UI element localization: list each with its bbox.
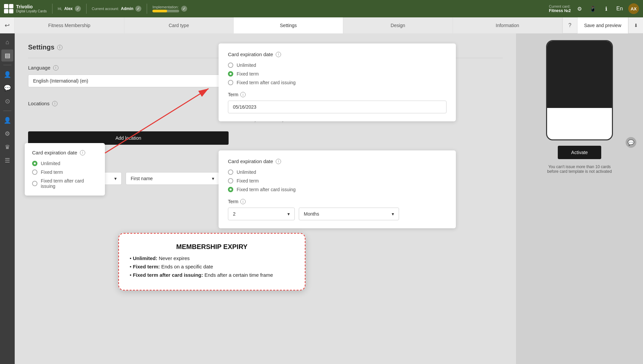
add-location-button[interactable]: Add location bbox=[28, 131, 229, 145]
exp-bottom-term-num-select[interactable]: 2 ▾ bbox=[228, 208, 295, 220]
sidebar-item-person[interactable]: 👤 bbox=[1, 114, 13, 126]
tooltip-item-1: • Unlimited: Never expires bbox=[130, 255, 294, 261]
small-popup-info-icon[interactable]: i bbox=[80, 150, 85, 155]
first-name-value-select[interactable]: First name ▾ bbox=[126, 172, 219, 185]
exp-top-term-input[interactable] bbox=[228, 101, 446, 113]
settings-nav-icon[interactable]: ⚙ bbox=[575, 4, 584, 13]
right-panel: 💬 Activate You can't issue more than 10 … bbox=[516, 33, 643, 364]
progress-fill bbox=[152, 10, 167, 12]
exp-top-fixed-after-option[interactable]: Fixed term after card issuing bbox=[228, 80, 446, 85]
info-nav-icon[interactable]: ℹ bbox=[602, 4, 611, 13]
current-card-label: Current card: bbox=[549, 4, 571, 8]
settings-info-icon[interactable]: i bbox=[57, 45, 62, 50]
exp-bottom-unlimited-option[interactable]: Unlimited bbox=[228, 169, 446, 175]
exp-panel-bottom: Card expiration date i Unlimited Fixed t… bbox=[219, 150, 456, 228]
sidebar-item-location[interactable]: ⊙ bbox=[1, 95, 13, 107]
tab-design[interactable]: Design bbox=[343, 17, 453, 33]
tooltip-text-3: Ends after a certain time frame bbox=[203, 272, 273, 278]
exp-panel-top: Card expiration date i Unlimited Fixed t… bbox=[219, 43, 456, 121]
nav-divider-1 bbox=[52, 4, 52, 14]
phone-mockup bbox=[546, 40, 613, 140]
exp-bottom-term-info-icon[interactable]: i bbox=[240, 199, 246, 204]
mobile-nav-icon[interactable]: 📱 bbox=[588, 4, 598, 13]
exp-bottom-term-unit-select[interactable]: Months ▾ bbox=[299, 208, 399, 220]
implementation-label: Implementation: bbox=[152, 5, 179, 9]
progress-track bbox=[152, 10, 179, 12]
user-status-icon: ✓ bbox=[75, 6, 81, 12]
exp-top-fixed-option[interactable]: Fixed term bbox=[228, 71, 446, 77]
account-label: Current account: bbox=[92, 7, 119, 11]
exp-panel-bottom-title: Card expiration date i bbox=[228, 158, 446, 164]
exp-panel-top-info-icon[interactable]: i bbox=[276, 52, 281, 57]
sidebar-item-crown[interactable]: ♛ bbox=[1, 141, 13, 153]
user-name: Alex bbox=[64, 6, 73, 11]
greeting-label: Hi, bbox=[58, 7, 62, 11]
exp-bottom-fixed-label: Fixed term bbox=[237, 178, 259, 184]
small-fixed-after-option[interactable]: Fixed term after card issuing bbox=[32, 178, 98, 189]
exp-top-term-section: Term i bbox=[228, 92, 446, 113]
chat-icon[interactable]: 💬 bbox=[626, 137, 636, 148]
locations-info-icon[interactable]: i bbox=[52, 101, 57, 106]
tab-fitness-membership[interactable]: Fitness Membership bbox=[15, 17, 124, 33]
language-info-icon[interactable]: i bbox=[53, 65, 58, 71]
exp-bottom-fixed-after-option[interactable]: Fixed term after card issuing bbox=[228, 187, 446, 192]
sidebar-item-home[interactable]: ⌂ bbox=[1, 36, 13, 48]
cant-issue-text: You can't issue more than 10 cards befor… bbox=[543, 164, 616, 174]
language-value: English (International) (en) bbox=[33, 78, 88, 84]
exp-top-fixed-radio bbox=[228, 71, 233, 77]
exp-top-unlimited-option[interactable]: Unlimited bbox=[228, 63, 446, 68]
exp-panel-bottom-info-icon[interactable]: i bbox=[276, 159, 281, 164]
content-area: Settings i Language i English (Internati… bbox=[15, 33, 516, 364]
tab-settings[interactable]: Settings bbox=[234, 17, 343, 33]
tooltip-title: MEMBERSHIP EXPIRY bbox=[130, 243, 294, 251]
help-button[interactable]: ? bbox=[562, 17, 577, 33]
back-button[interactable]: ↩ bbox=[0, 17, 15, 33]
exp-panel-top-title: Card expiration date i bbox=[228, 51, 446, 57]
top-nav: Trivolio Digital Loyalty Cards Hi, Alex … bbox=[0, 0, 643, 17]
logo-area: Trivolio Digital Loyalty Cards bbox=[4, 4, 47, 14]
exp-bottom-fixed-after-radio bbox=[228, 187, 233, 192]
small-unlimited-option[interactable]: Unlimited bbox=[32, 161, 98, 166]
avatar[interactable]: AX bbox=[628, 3, 639, 14]
current-card-info: Current card: Fitness №2 bbox=[549, 4, 571, 13]
sidebar-item-list[interactable]: ☰ bbox=[1, 154, 13, 166]
settings-title-text: Settings bbox=[28, 43, 54, 51]
exp-top-fixed-label: Fixed term bbox=[237, 71, 259, 77]
language-select[interactable]: English (International) (en) ▾ bbox=[28, 75, 229, 87]
sidebar-item-card[interactable]: ▤ bbox=[1, 49, 13, 62]
exp-top-fixed-after-label: Fixed term after card issuing bbox=[237, 80, 296, 85]
nav-divider-2 bbox=[86, 4, 87, 14]
download-button[interactable]: ⬇ bbox=[628, 17, 643, 33]
exp-bottom-fixed-after-label: Fixed term after card issuing bbox=[237, 187, 296, 192]
tab-information[interactable]: Information bbox=[453, 17, 562, 33]
logo-cell-4 bbox=[9, 9, 13, 13]
first-name-type-chevron-icon: ▾ bbox=[114, 176, 117, 181]
exp-bottom-term-unit-value: Months bbox=[304, 211, 319, 217]
tooltip-text-2: Ends on a specific date bbox=[160, 264, 213, 269]
exp-bottom-fixed-radio bbox=[228, 178, 233, 184]
exp-bottom-term-section: Term i 2 ▾ Months ▾ bbox=[228, 199, 446, 220]
exp-top-fixed-after-radio bbox=[228, 80, 233, 85]
sidebar-sep-1 bbox=[3, 65, 11, 65]
sidebar-item-gear[interactable]: ⚙ bbox=[1, 128, 13, 140]
tooltip-bold-1: Unlimited: bbox=[133, 255, 157, 261]
implementation-progress: Implementation: bbox=[152, 5, 179, 12]
exp-bottom-term-num-chevron-icon: ▾ bbox=[287, 211, 290, 217]
lang-nav-icon[interactable]: En bbox=[615, 4, 624, 13]
sidebar: ⌂ ▤ 👤 💬 ⊙ 👤 ⚙ ♛ ☰ bbox=[0, 33, 15, 364]
small-unlimited-radio bbox=[32, 161, 37, 166]
first-name-select-chevron-icon: ▾ bbox=[212, 176, 214, 181]
exp-top-term-info-icon[interactable]: i bbox=[240, 92, 246, 97]
tab-card-type[interactable]: Card type bbox=[124, 17, 234, 33]
small-fixed-option[interactable]: Fixed term bbox=[32, 169, 98, 175]
implementation-status-icon: ✓ bbox=[181, 6, 187, 12]
small-fixed-radio bbox=[32, 169, 37, 175]
small-popup-title-text: Card expiration date bbox=[32, 150, 77, 155]
tab-bar: ↩ Fitness Membership Card type Settings … bbox=[0, 17, 643, 33]
sidebar-item-users[interactable]: 👤 bbox=[1, 69, 13, 81]
logo-text: Trivolio Digital Loyalty Cards bbox=[16, 4, 47, 14]
save-preview-button[interactable]: Save and preview bbox=[577, 17, 628, 33]
activate-button[interactable]: Activate bbox=[558, 146, 601, 159]
sidebar-item-chat[interactable]: 💬 bbox=[1, 82, 13, 94]
exp-bottom-fixed-option[interactable]: Fixed term bbox=[228, 178, 446, 184]
